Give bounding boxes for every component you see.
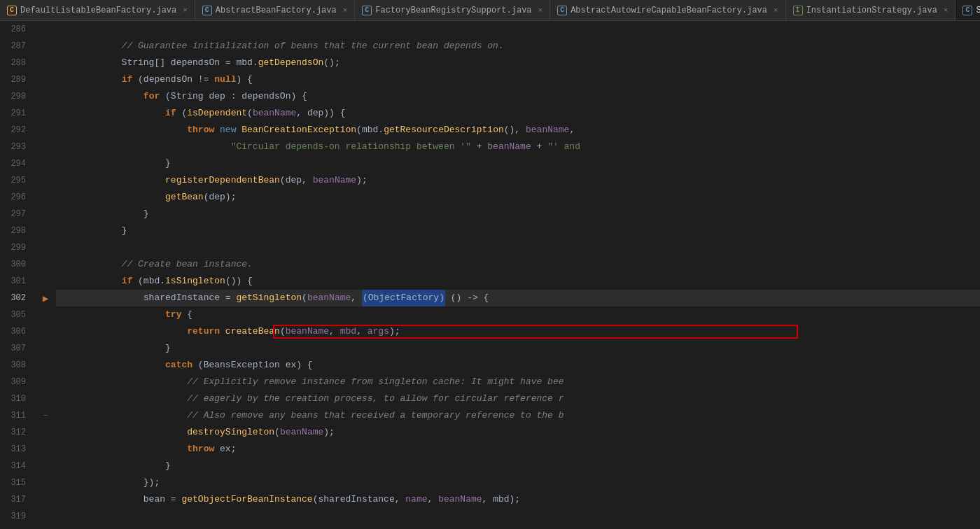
gutter-288 [38, 55, 52, 71]
ln-313: 313 [0, 441, 31, 458]
gutter-291 [38, 105, 52, 122]
code-line-307: } [56, 340, 980, 357]
gutter: ▶ − [38, 21, 52, 529]
code-line-310: // eagerly by the creation process, to a… [56, 390, 980, 407]
gutter-287 [38, 38, 52, 55]
ln-300: 300 [0, 256, 31, 273]
code-line-292: throw new BeanCreationException(mbd.getR… [56, 122, 980, 139]
tab-icon-instantiation: I [793, 6, 803, 15]
code-line-298: } [56, 223, 980, 239]
gutter-300 [38, 256, 52, 273]
code-line-294: } [56, 155, 980, 172]
tab-abstractbean[interactable]: C AbstractBeanFactory.java × [195, 0, 355, 20]
tab-label-factorybeanregistry: FactoryBeanRegistrySupport.java [375, 6, 531, 15]
code-line-291: if (isDependent(beanName, dep)) { [56, 105, 980, 122]
gutter-312 [38, 424, 52, 441]
debug-icon: ▶ [43, 292, 48, 304]
tab-label-abstractautowire: AbstractAutowireCapableBeanFactory.java [570, 6, 767, 15]
code-line-299 [56, 239, 980, 256]
ln-312: 312 [0, 424, 31, 441]
fold-arrow-311[interactable]: − [43, 411, 48, 420]
tab-icon-factorybeanregistry: C [362, 6, 372, 15]
ln-292: 292 [0, 122, 31, 139]
code-line-293: "Circular depends-on relationship betwee… [56, 139, 980, 155]
tab-close-factorybeanregistry[interactable]: × [538, 6, 543, 15]
gutter-311: − [38, 407, 52, 424]
gutter-306 [38, 323, 52, 340]
ln-315: 315 [0, 474, 31, 491]
code-line-311: // Also remove any beans that received a… [56, 407, 980, 424]
gutter-289 [38, 71, 52, 88]
ln-294: 294 [0, 155, 31, 172]
ln-295: 295 [0, 172, 31, 189]
ln-286: 286 [0, 21, 31, 38]
editor-area: 286 287 288 289 290 291 292 293 294 295 … [0, 21, 980, 529]
gutter-302: ▶ [38, 290, 52, 306]
gutter-301 [38, 273, 52, 290]
gutter-314 [38, 458, 52, 474]
tab-defaultlistable[interactable]: C DefaultListableBeanFactory.java × [0, 0, 195, 20]
code-line-317: bean = getObjectForBeanInstance(sharedIn… [56, 491, 980, 508]
ln-308: 308 [0, 357, 31, 374]
code-line-300: // Create bean instance. [56, 256, 980, 273]
tab-close-instantiation[interactable]: × [944, 6, 948, 15]
ln-317: 317 [0, 491, 31, 508]
gutter-310 [38, 390, 52, 407]
code-line-288: String[] dependsOn = mbd.getDependsOn(); [56, 55, 980, 71]
tab-simpleinstantia[interactable]: C SimpleInstantia... × [955, 0, 980, 20]
tab-close-abstractbean[interactable]: × [343, 6, 348, 15]
code-line-308: catch (BeansException ex) { [56, 357, 980, 374]
gutter-317 [38, 491, 52, 508]
tab-close-defaultlistable[interactable]: × [183, 6, 188, 15]
ln-291: 291 [0, 105, 31, 122]
gutter-309 [38, 374, 52, 390]
tab-factorybeanregistry[interactable]: C FactoryBeanRegistrySupport.java × [355, 0, 550, 20]
ln-319: 319 [0, 508, 31, 525]
ln-307: 307 [0, 340, 31, 357]
code-line-306: return createBean(beanName, mbd, args); [56, 323, 980, 340]
code-line-286 [56, 21, 980, 38]
ln-305: 305 [0, 306, 31, 323]
tab-label-instantiation: InstantiationStrategy.java [806, 6, 937, 15]
gutter-286 [38, 21, 52, 38]
ln-298: 298 [0, 223, 31, 239]
code-line-297: } [56, 206, 980, 223]
code-line-309: // Explicitly remove instance from singl… [56, 374, 980, 390]
comment-287: // Guarantee initialization of beans tha… [56, 38, 504, 55]
ln-290: 290 [0, 88, 31, 105]
ln-293: 293 [0, 139, 31, 155]
ln-314: 314 [0, 458, 31, 474]
code-line-315: }); [56, 474, 980, 491]
tab-icon-simpleinstantia: C [962, 6, 972, 15]
ln-306: 306 [0, 323, 31, 340]
gutter-307 [38, 340, 52, 357]
tab-label-abstractbean: AbstractBeanFactory.java [216, 6, 337, 15]
ln-289: 289 [0, 71, 31, 88]
gutter-305 [38, 306, 52, 323]
tab-bar: C DefaultListableBeanFactory.java × C Ab… [0, 0, 980, 21]
tab-abstractautowire[interactable]: C AbstractAutowireCapableBeanFactory.jav… [550, 0, 785, 20]
ln-301: 301 [0, 273, 31, 290]
code-line-313: throw ex; [56, 441, 980, 458]
line-numbers: 286 287 288 289 290 291 292 293 294 295 … [0, 21, 38, 529]
tab-label-simpleinstantia: SimpleInstantia... [976, 6, 980, 15]
code-line-314: } [56, 458, 980, 474]
tab-instantiation[interactable]: I InstantiationStrategy.java × [786, 0, 956, 20]
ln-309: 309 [0, 374, 31, 390]
tab-icon-defaultlistable: C [7, 6, 17, 15]
code-line-312: destroySingleton(beanName); [56, 424, 980, 441]
gutter-294 [38, 155, 52, 172]
tab-label-defaultlistable: DefaultListableBeanFactory.java [20, 6, 176, 15]
ln-310: 310 [0, 390, 31, 407]
code-line-302: sharedInstance = getSingleton(beanName, … [56, 290, 980, 306]
tab-close-abstractautowire[interactable]: × [774, 6, 778, 15]
ln-302: 302 [0, 290, 31, 306]
code-line-296: getBean(dep); [56, 189, 980, 206]
code-line-287: // Guarantee initialization of beans tha… [56, 38, 980, 55]
code-line-319 [56, 508, 980, 525]
code-line-295: registerDependentBean(dep, beanName); [56, 172, 980, 189]
code-line-305: try { [56, 306, 980, 323]
code-content[interactable]: // Guarantee initialization of beans tha… [52, 21, 980, 529]
gutter-319 [38, 508, 52, 525]
tab-icon-abstractbean: C [202, 6, 212, 15]
